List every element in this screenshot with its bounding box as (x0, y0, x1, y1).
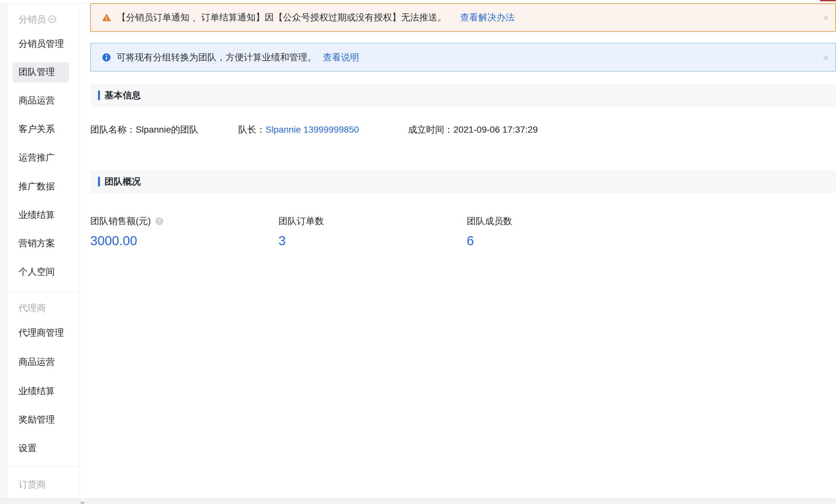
team-overview-section-header: 团队概况 (90, 170, 836, 193)
close-icon[interactable]: × (822, 52, 829, 63)
info-alert-banner: 可将现有分组转换为团队，方便计算业绩和管理。 查看说明 × (90, 43, 836, 72)
sidebar-item-settings[interactable]: 设置 (19, 442, 37, 454)
sidebar-item-agent-management[interactable]: 代理商管理 (19, 327, 64, 338)
team-leader-field: 队长：Slpannie 13999999850 (238, 124, 408, 135)
stat-team-members: 团队成员数 6 (467, 216, 655, 248)
svg-text:!: ! (106, 16, 108, 21)
bottom-scrollbar-track (0, 499, 836, 504)
sidebar-item-operation-promotion[interactable]: 运营推广 (19, 152, 55, 163)
team-sales-label: 团队销售额(元) (90, 216, 151, 226)
scrollbar-thumb[interactable] (80, 501, 84, 504)
section-indicator (98, 91, 100, 100)
sidebar-group-distributor[interactable]: 分销员 (19, 14, 46, 25)
stat-team-sales: 团队销售额(元) ? 3000.00 (90, 216, 279, 248)
sidebar-item-product-operation[interactable]: 商品运营 (19, 95, 55, 106)
close-icon[interactable]: × (822, 12, 829, 23)
sidebar-divider (7, 466, 79, 467)
team-orders-label: 团队订单数 (279, 216, 324, 226)
team-members-value: 6 (467, 233, 655, 248)
sidebar-divider (7, 291, 79, 291)
team-leader-label: 队长： (238, 124, 265, 135)
sidebar-item-team-management[interactable]: 团队管理 (19, 66, 55, 78)
warning-alert-banner: ! 【分销员订单通知 、订单结算通知】因【公众号授权过期或没有授权】无法推送。 … (90, 3, 836, 32)
team-sales-value: 3000.00 (90, 233, 279, 248)
team-name-field: 团队名称：Slpannie的团队 (90, 124, 238, 135)
sidebar-item-personal-space[interactable]: 个人空间 (19, 266, 55, 278)
sidebar-item-agent-product-operation[interactable]: 商品运营 (19, 356, 55, 368)
info-alert-detail-link[interactable]: 查看说明 (323, 51, 359, 63)
sidebar-item-customer-relations[interactable]: 客户关系 (19, 123, 55, 135)
stat-team-orders: 团队订单数 3 (279, 216, 467, 248)
sidebar-item-distributor-management[interactable]: 分销员管理 (19, 38, 64, 50)
team-name-value: Slpannie的团队 (136, 124, 198, 135)
sidebar-item-performance-settlement[interactable]: 业绩结算 (19, 209, 55, 221)
team-members-label: 团队成员数 (467, 216, 512, 226)
created-time-value: 2021-09-06 17:37:29 (453, 124, 538, 135)
sidebar-item-promotion-data[interactable]: 推广数据 (19, 181, 55, 192)
team-overview-stats: 团队销售额(元) ? 3000.00 团队订单数 3 团队成员数 6 (90, 216, 836, 248)
team-leader-link[interactable]: Slpannie 13999999850 (265, 124, 359, 135)
red-indicator-bar (820, 0, 836, 1)
chevron-down-circle-icon (49, 15, 56, 23)
warning-alert-text: 【分销员订单通知 、订单结算通知】因【公众号授权过期或没有授权】无法推送。 (117, 11, 446, 24)
info-circle-icon (102, 53, 111, 62)
team-orders-value: 3 (279, 233, 467, 248)
section-indicator (98, 177, 100, 187)
warning-triangle-icon: ! (102, 14, 111, 21)
warning-alert-solution-link[interactable]: 查看解决办法 (460, 11, 515, 24)
info-alert-text: 可将现有分组转换为团队，方便计算业绩和管理。 (116, 51, 317, 63)
created-time-label: 成立时间： (408, 124, 453, 135)
team-overview-title: 团队概况 (104, 175, 141, 188)
sidebar-group-agent[interactable]: 代理商 (19, 302, 46, 314)
created-time-field: 成立时间：2021-09-06 17:37:29 (408, 124, 538, 135)
page-gutter (0, 3, 7, 504)
team-name-label: 团队名称： (90, 124, 136, 135)
basic-info-title: 基本信息 (104, 89, 141, 101)
help-icon[interactable]: ? (155, 217, 163, 225)
sidebar-item-marketing-plan[interactable]: 营销方案 (19, 237, 55, 249)
sidebar-item-agent-performance-settlement[interactable]: 业绩结算 (19, 385, 55, 397)
basic-info-row: 团队名称：Slpannie的团队 队长：Slpannie 13999999850… (90, 124, 836, 135)
team-management-page: 分销员 分销员管理 团队管理 商品运营 客户关系 运营推广 推广数据 业绩结算 … (0, 0, 836, 504)
basic-info-section-header: 基本信息 (90, 84, 836, 107)
sidebar-group-supplier[interactable]: 订货商 (19, 479, 46, 490)
sidebar-item-reward-management[interactable]: 奖励管理 (19, 414, 55, 426)
